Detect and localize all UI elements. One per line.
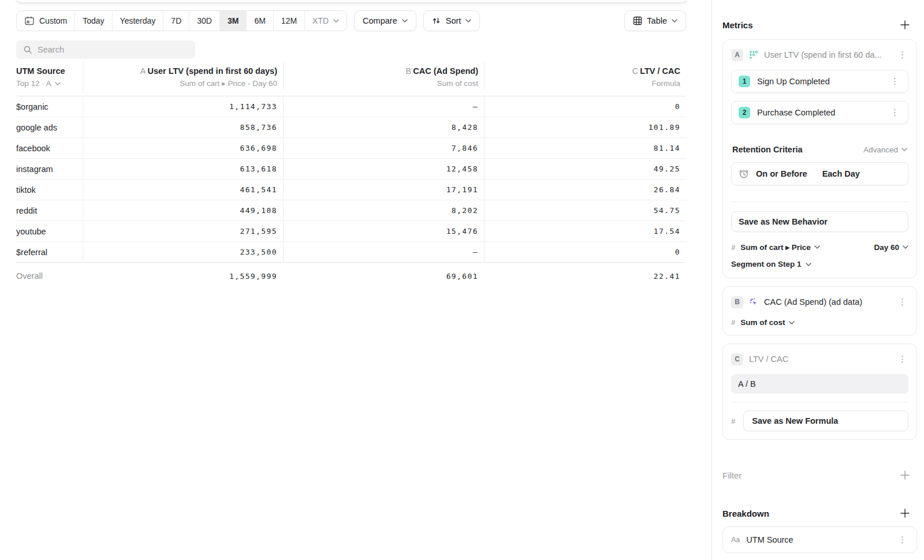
table-row[interactable]: google ads 858,736 8,428 101.89: [16, 117, 686, 138]
date-range-3m-selected[interactable]: 3M: [219, 11, 246, 31]
save-as-new-formula-button[interactable]: Save as New Formula: [743, 410, 908, 431]
filter-title: Filter: [722, 471, 742, 480]
date-range-xtd[interactable]: XTD: [304, 11, 346, 31]
segment-dropdown[interactable]: Segment on Step 1: [731, 260, 908, 268]
add-filter-button[interactable]: [900, 470, 910, 480]
retention-condition-label: On or Before: [756, 169, 807, 178]
cell-value: 54.75: [484, 200, 686, 221]
property-dropdown[interactable]: Sum of cart ▸ Price: [740, 242, 820, 252]
overall-label: Overall: [16, 263, 83, 289]
metric-letter-badge: B: [731, 296, 743, 308]
date-range-yesterday[interactable]: Yesterday: [112, 11, 163, 31]
date-range-label: Today: [83, 16, 104, 25]
retention-condition-card[interactable]: On or Before Each Day: [731, 162, 908, 185]
table-row[interactable]: tiktok 461,541 17,191 26.84: [16, 180, 686, 200]
kebab-menu-icon[interactable]: ⋮: [896, 298, 908, 306]
calendar-icon: [24, 16, 35, 26]
cell-value: 17,191: [283, 180, 484, 200]
search-icon: [23, 45, 32, 54]
column-letter: C: [632, 66, 638, 76]
metric-a-header[interactable]: A User LTV (spend in first 60 da... ⋮: [731, 47, 908, 63]
row-label: google ads: [16, 117, 83, 138]
chevron-down-icon[interactable]: [55, 82, 61, 85]
chevron-down-icon: [806, 263, 811, 266]
date-range-6m[interactable]: 6M: [246, 11, 273, 31]
save-behavior-label: Save as New Behavior: [739, 217, 828, 226]
cell-value: 101.89: [484, 117, 686, 138]
search-bar[interactable]: [16, 40, 195, 59]
card-divider: [731, 201, 908, 202]
property-label: Sum of cost: [740, 318, 785, 327]
kebab-menu-icon[interactable]: ⋮: [896, 536, 908, 544]
table-row[interactable]: $referral 233,500 – 0: [16, 242, 686, 263]
alarm-clock-icon: [739, 169, 749, 179]
metric-c-header[interactable]: C LTV / CAC ⋮: [731, 351, 908, 367]
metric-title: User LTV (spend in first 60 da...: [764, 50, 891, 59]
date-range-today[interactable]: Today: [74, 11, 111, 31]
metric-c-card: C LTV / CAC ⋮ A / B # Save as New Formul…: [722, 344, 917, 440]
table-row[interactable]: reddit 449,108 8,202 54.75: [16, 200, 686, 221]
cell-value: 8,428: [283, 117, 484, 138]
window-dropdown[interactable]: Day 60: [874, 243, 908, 252]
app-window: Custom Today Yesterday 7D 30D 3M 6M 12M …: [0, 0, 924, 560]
table-grid-icon: [633, 16, 642, 25]
sort-arrows-icon: [432, 16, 441, 25]
table-row[interactable]: facebook 636,698 7,846 81.14: [16, 138, 686, 159]
step-2-card[interactable]: 2 Purchase Completed ⋮: [731, 101, 908, 124]
table-row[interactable]: instagram 613,618 12,458 49.25: [16, 159, 686, 180]
kebab-menu-icon[interactable]: ⋮: [896, 355, 908, 363]
add-breakdown-button[interactable]: [900, 508, 910, 518]
date-range-label: 3M: [228, 16, 239, 25]
compare-button[interactable]: Compare: [354, 10, 416, 31]
chevron-down-icon: [789, 321, 795, 324]
property-dropdown[interactable]: Sum of cost: [740, 318, 794, 327]
step-1-card[interactable]: 1 Sign Up Completed ⋮: [731, 70, 908, 93]
retention-mode-dropdown[interactable]: Advanced: [863, 145, 907, 154]
metric-title: CAC (Ad Spend) (ad data): [764, 297, 891, 307]
column-subtitle: Sum of cart ▸ Price - Day 60: [180, 77, 277, 90]
cell-value: 17.54: [484, 221, 686, 242]
table-row[interactable]: $organic 1,114,733 – 0: [16, 96, 686, 117]
metric-title: LTV / CAC: [749, 354, 891, 364]
formula-input[interactable]: A / B: [731, 374, 908, 394]
date-range-label: 6M: [254, 16, 265, 25]
metric-b-header[interactable]: B CAC (Ad Spend) (ad data) ⋮: [731, 294, 908, 310]
view-type-button[interactable]: Table: [624, 10, 686, 31]
sort-button[interactable]: Sort: [423, 10, 480, 31]
column-title: UTM Source: [16, 65, 77, 77]
save-as-new-behavior-button[interactable]: Save as New Behavior: [731, 211, 908, 232]
date-range-label: 12M: [281, 16, 297, 25]
date-range-30d[interactable]: 30D: [189, 11, 219, 31]
date-range-12m[interactable]: 12M: [273, 11, 304, 31]
date-range-label: 7D: [171, 16, 181, 25]
column-header-metric-a[interactable]: AUser LTV (spend in first 60 days) Sum o…: [83, 62, 283, 90]
column-header-metric-c[interactable]: CLTV / CAC Formula: [484, 62, 686, 90]
breakdown-item-utm-source[interactable]: Aa UTM Source ⋮: [722, 527, 917, 553]
table-header-row: UTM Source Top 12 · A AUser LTV (spend i…: [16, 62, 686, 96]
window-label: Day 60: [874, 243, 899, 252]
chart-card-bottom-edge: [16, 0, 687, 2]
table-row[interactable]: youtube 271,595 15,476 17.54: [16, 221, 686, 242]
date-range-custom[interactable]: Custom: [17, 11, 74, 31]
cell-value: 613,618: [83, 159, 283, 180]
metrics-title: Metrics: [722, 20, 753, 30]
search-input[interactable]: [38, 45, 188, 54]
query-builder-sidebar: Metrics A User LTV (spend in first 60 da…: [711, 0, 924, 560]
cell-value: 461,541: [83, 180, 283, 200]
cell-value: 233,500: [83, 242, 283, 263]
kebab-menu-icon[interactable]: ⋮: [896, 51, 908, 59]
cell-value: 858,736: [83, 117, 283, 138]
filter-section-header: Filter: [722, 470, 917, 480]
column-header-metric-b[interactable]: BCAC (Ad Spend) Sum of cost: [283, 62, 484, 90]
column-subtitle: Formula: [651, 77, 680, 90]
kebab-menu-icon[interactable]: ⋮: [889, 109, 901, 117]
cell-value: 0: [484, 96, 686, 117]
retention-period-label[interactable]: Each Day: [822, 169, 860, 178]
date-range-7d[interactable]: 7D: [163, 11, 189, 31]
column-header-utm-source[interactable]: UTM Source Top 12 · A: [16, 62, 83, 90]
kebab-menu-icon[interactable]: ⋮: [889, 77, 901, 85]
retention-dots-icon: [749, 50, 758, 59]
date-range-picker: Custom Today Yesterday 7D 30D 3M 6M 12M …: [16, 10, 347, 31]
save-formula-label: Save as New Formula: [752, 416, 838, 425]
add-metric-button[interactable]: [900, 20, 910, 30]
